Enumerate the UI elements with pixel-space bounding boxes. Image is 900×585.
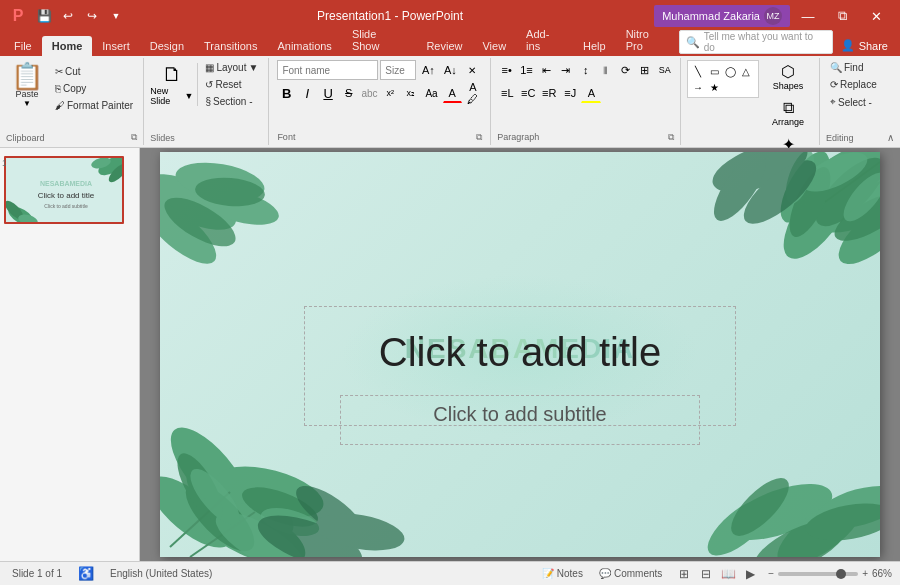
tab-addins[interactable]: Add-ins — [516, 24, 573, 56]
shape-oval[interactable]: ◯ — [722, 63, 738, 79]
decrease-font-button[interactable]: A↓ — [440, 60, 460, 80]
numbering-button[interactable]: 1≡ — [517, 60, 536, 80]
shapes-button[interactable]: ⬡ Shapes — [763, 60, 813, 93]
customize-qa-button[interactable]: ▼ — [106, 6, 126, 26]
zoom-slider[interactable] — [778, 572, 858, 576]
change-case-button[interactable]: Aa — [422, 83, 441, 103]
slideshow-button[interactable]: ▶ — [740, 565, 760, 583]
editing-expand-chevron[interactable]: ∧ — [887, 132, 894, 143]
align-right-button[interactable]: ≡R — [539, 83, 559, 103]
italic-button[interactable]: I — [298, 83, 317, 103]
titlebar-left: P 💾 ↩ ↪ ▼ — [8, 6, 126, 26]
strikethrough-button[interactable]: S — [339, 83, 358, 103]
tab-transitions[interactable]: Transitions — [194, 36, 267, 56]
slide-canvas[interactable]: NESABAMEDIA Click to add title Click to … — [160, 152, 880, 557]
select-button[interactable]: ⌖ Select - — [826, 94, 894, 110]
subscript-button[interactable]: x₂ — [402, 83, 421, 103]
minimize-button[interactable]: — — [792, 2, 824, 30]
reset-button[interactable]: ↺ Reset — [201, 77, 262, 92]
decrease-indent-button[interactable]: ⇤ — [537, 60, 556, 80]
increase-indent-button[interactable]: ⇥ — [557, 60, 576, 80]
search-box[interactable]: 🔍 Tell me what you want to do — [679, 30, 833, 54]
language-indicator[interactable]: English (United States) — [106, 567, 216, 580]
slide-item-1[interactable]: 1 NESABAMEDIA — [4, 156, 135, 224]
align-center-button[interactable]: ≡C — [518, 83, 538, 103]
find-button[interactable]: 🔍 Find — [826, 60, 894, 75]
tab-slideshow[interactable]: Slide Show — [342, 24, 417, 56]
text-direction-button[interactable]: ⟳ — [616, 60, 635, 80]
slide-sorter-button[interactable]: ⊟ — [696, 565, 716, 583]
align-text-button[interactable]: ⊞ — [636, 60, 655, 80]
tab-help[interactable]: Help — [573, 36, 616, 56]
normal-view-button[interactable]: ⊞ — [674, 565, 694, 583]
arrange-button[interactable]: ⧉ Arrange — [763, 97, 813, 129]
font-size-input[interactable] — [380, 60, 416, 80]
shape-arrow[interactable]: → — [690, 79, 706, 95]
increase-font-button[interactable]: A↑ — [418, 60, 438, 80]
shape-tri[interactable]: △ — [738, 63, 754, 79]
clear-format-button[interactable]: ✕ — [462, 60, 482, 80]
tab-design[interactable]: Design — [140, 36, 194, 56]
new-slide-button[interactable]: 🗋 New Slide ▼ — [150, 63, 198, 106]
smartart-button[interactable]: SA — [655, 60, 674, 80]
zoom-out-button[interactable]: − — [768, 568, 774, 579]
slide-title-placeholder[interactable]: Click to add title — [379, 330, 661, 375]
slide-subtitle-placeholder[interactable]: Click to add subtitle — [433, 403, 606, 426]
paragraph-expand-icon[interactable]: ⧉ — [668, 132, 674, 143]
arrange-label: Arrange — [772, 117, 804, 127]
format-painter-icon: 🖌 — [55, 100, 65, 111]
paste-button[interactable]: 📋 Paste ▼ — [6, 60, 48, 132]
notes-button[interactable]: 📝 Notes — [538, 567, 587, 580]
tab-animations[interactable]: Animations — [267, 36, 341, 56]
cut-button[interactable]: ✂ Cut — [51, 64, 137, 79]
slide-thumb-svg: NESABAMEDIA Click to add title Click to … — [6, 158, 122, 222]
justify-button[interactable]: ≡J — [560, 83, 580, 103]
font-name-input[interactable] — [277, 60, 378, 80]
redo-qa-button[interactable]: ↪ — [82, 6, 102, 26]
tab-view[interactable]: View — [472, 36, 516, 56]
shape-star[interactable]: ★ — [706, 79, 722, 95]
line-spacing-button[interactable]: ↕ — [576, 60, 595, 80]
shadow-button[interactable]: abc — [360, 83, 379, 103]
format-painter-button[interactable]: 🖌 Format Painter — [51, 98, 137, 113]
tab-nitro[interactable]: Nitro Pro — [616, 24, 679, 56]
para-color-button[interactable]: A — [581, 83, 601, 103]
undo-qa-button[interactable]: ↩ — [58, 6, 78, 26]
save-qa-button[interactable]: 💾 — [34, 6, 54, 26]
layout-button[interactable]: ▦ Layout ▼ — [201, 60, 262, 75]
highlight-color-button[interactable]: A🖊 — [464, 83, 483, 103]
superscript-button[interactable]: x² — [381, 83, 400, 103]
bullets-button[interactable]: ≡• — [497, 60, 516, 80]
shape-rect[interactable]: ▭ — [706, 63, 722, 79]
comments-button[interactable]: 💬 Comments — [595, 567, 666, 580]
tab-insert[interactable]: Insert — [92, 36, 140, 56]
paragraph-group-footer: Paragraph ⧉ — [497, 132, 674, 143]
section-button[interactable]: § Section - — [201, 94, 262, 109]
zoom-percent[interactable]: 66% — [872, 568, 892, 579]
shape-line[interactable]: ╲ — [690, 63, 706, 79]
font-color-button[interactable]: A — [443, 83, 462, 103]
copy-button[interactable]: ⎘ Copy — [51, 81, 137, 96]
underline-button[interactable]: U — [319, 83, 338, 103]
slide-thumbnail-1[interactable]: NESABAMEDIA Click to add title Click to … — [4, 156, 124, 224]
tab-review[interactable]: Review — [416, 36, 472, 56]
statusbar: Slide 1 of 1 ♿ English (United States) 📝… — [0, 561, 900, 585]
font-expand-icon[interactable]: ⧉ — [476, 132, 482, 143]
tab-home[interactable]: Home — [42, 36, 93, 56]
columns-button[interactable]: ⫴ — [596, 60, 615, 80]
notes-icon: 📝 — [542, 568, 554, 579]
restore-button[interactable]: ⧉ — [826, 2, 858, 30]
accessibility-icon[interactable]: ♿ — [78, 566, 94, 581]
shapes-icon: ⬡ — [781, 62, 795, 81]
reading-view-button[interactable]: 📖 — [718, 565, 738, 583]
ribbon-group-editing: 🔍 Find ⟳ Replace ⌖ Select - Editing ∧ — [820, 58, 900, 145]
tab-file[interactable]: File — [4, 36, 42, 56]
bold-button[interactable]: B — [277, 83, 296, 103]
share-button[interactable]: 👤 Share — [833, 37, 896, 54]
zoom-in-button[interactable]: + — [862, 568, 868, 579]
replace-button[interactable]: ⟳ Replace — [826, 77, 894, 92]
align-left-button[interactable]: ≡L — [497, 83, 517, 103]
clipboard-expand-icon[interactable]: ⧉ — [131, 132, 137, 143]
shapes-gallery: ╲ ▭ ◯ △ → ★ — [687, 60, 759, 98]
close-button[interactable]: ✕ — [860, 2, 892, 30]
